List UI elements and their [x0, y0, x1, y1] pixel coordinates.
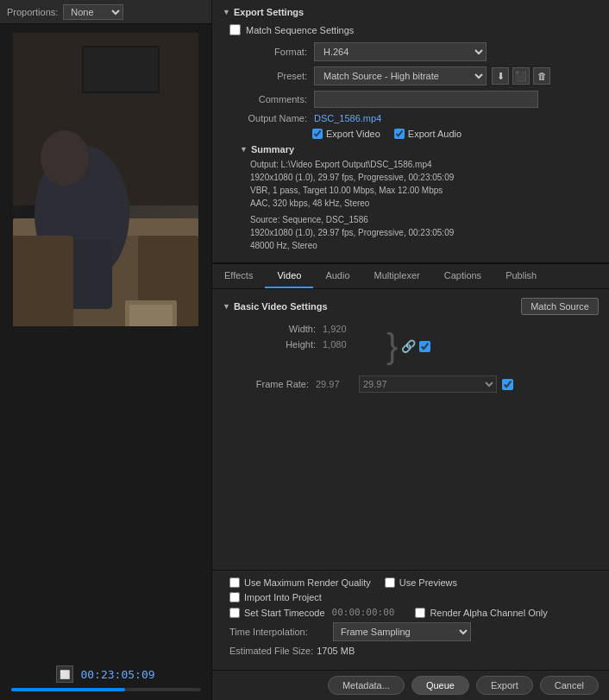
use-previews-checkbox[interactable]	[385, 577, 395, 588]
render-alpha-label: Render Alpha Channel Only	[430, 608, 547, 618]
copy-preset-icon[interactable]: ⬛	[512, 67, 530, 85]
output-details1: 1920x1080 (1.0), 29.97 fps, Progressive,…	[250, 173, 454, 182]
use-previews-item: Use Previews	[385, 577, 457, 588]
progress-bar-container[interactable]	[11, 688, 201, 691]
render-alpha-item: Render Alpha Channel Only	[415, 608, 547, 618]
progress-bar-fill	[11, 688, 125, 691]
export-audio-label: Export Audio	[408, 129, 461, 139]
proportions-select[interactable]: None	[63, 4, 123, 20]
comments-row: Comments:	[223, 91, 599, 108]
set-timecode-checkbox[interactable]	[229, 608, 240, 618]
link-chain-icon[interactable]: 🔗	[401, 339, 416, 353]
output-name-label: Output Name:	[229, 113, 307, 123]
format-row: Format: H.264	[223, 42, 599, 61]
format-select[interactable]: H.264	[314, 42, 487, 61]
output-name-row: Output Name: DSC_1586.mp4	[223, 113, 599, 123]
save-preset-icon[interactable]: ⬇	[492, 67, 509, 85]
match-source-button[interactable]: Match Source	[521, 298, 599, 315]
file-size-row: Estimated File Size: 1705 MB	[223, 646, 599, 656]
frame-rate-input[interactable]: 29.97	[316, 379, 359, 389]
preview-svg	[13, 33, 198, 344]
preset-select[interactable]: Match Source - High bitrate	[314, 66, 487, 85]
set-timecode-label: Set Start Timecode	[244, 608, 325, 618]
set-timecode-item: Set Start Timecode	[229, 608, 325, 618]
max-render-label: Use Maximum Render Quality	[244, 577, 371, 588]
timecode-bar: ⬜ 00:23:05:09	[56, 665, 154, 683]
render-alpha-checkbox[interactable]	[415, 608, 425, 618]
frame-rate-row: Frame Rate: 29.97 29.97	[223, 375, 599, 393]
start-timecode-value: 00:00:00:00	[332, 607, 395, 618]
output-details3: AAC, 320 kbps, 48 kHz, Stereo	[250, 199, 369, 208]
timecode-display: 00:23:05:09	[80, 668, 154, 681]
left-panel: Proportions: None	[0, 0, 211, 700]
video-preview-inner	[13, 33, 198, 344]
export-audio-checkbox[interactable]	[394, 129, 405, 139]
bracket-group: } 🔗	[386, 324, 430, 369]
comments-label: Comments:	[229, 94, 307, 104]
import-project-label: Import Into Project	[244, 592, 322, 602]
max-render-checkbox[interactable]	[229, 577, 240, 588]
file-size-label: Estimated File Size:	[229, 646, 313, 656]
height-label: Height:	[229, 339, 316, 350]
tab-captions[interactable]: Captions	[432, 264, 493, 288]
frame-rate-checkbox[interactable]	[502, 379, 513, 390]
export-options-row: Export Video Export Audio	[223, 129, 599, 139]
comments-input[interactable]	[314, 91, 538, 108]
import-project-checkbox[interactable]	[229, 592, 240, 602]
export-video-checkbox[interactable]	[312, 129, 323, 139]
collapse-arrow-icon[interactable]: ▼	[223, 8, 230, 16]
left-bottom: ⬜ 00:23:05:09	[0, 352, 211, 700]
height-input[interactable]: 1,080	[323, 339, 383, 350]
summary-collapse-icon[interactable]: ▼	[240, 145, 248, 154]
max-render-item: Use Maximum Render Quality	[229, 577, 371, 588]
source-summary-label: Source:	[250, 215, 279, 224]
export-button[interactable]: Export	[476, 676, 533, 695]
time-interpolation-row: Time Interpolation: Frame Sampling Frame…	[223, 622, 599, 641]
queue-button[interactable]: Queue	[411, 676, 469, 695]
basic-video-collapse-icon[interactable]: ▼	[223, 302, 230, 311]
left-top-bar: Proportions: None	[0, 0, 211, 24]
output-path: L:\Video Export Output\DSC_1586.mp4	[281, 160, 432, 169]
height-row: Height: 1,080	[229, 339, 383, 350]
export-settings-header: ▼ Export Settings	[223, 7, 599, 17]
delete-preset-icon[interactable]: 🗑	[533, 67, 550, 85]
summary-section: ▼ Summary Output: L:\Video Export Output…	[223, 144, 599, 252]
source-details2: 48000 Hz, Stereo	[250, 241, 317, 250]
tab-multiplexer[interactable]: Multiplexer	[362, 264, 432, 288]
dimensions-lock-checkbox[interactable]	[419, 341, 430, 352]
frame-rate-label: Frame Rate:	[223, 379, 309, 389]
import-project-item: Import Into Project	[229, 592, 322, 602]
width-label: Width:	[229, 324, 316, 334]
source-details1: 1920x1080 (1.0), 29.97 fps, Progressive,…	[250, 228, 454, 237]
svg-rect-2	[84, 47, 158, 91]
dimensions-group: Width: 1,920 Height: 1,080 } 🔗	[223, 324, 599, 369]
video-settings-section: ▼ Basic Video Settings Match Source Widt…	[212, 289, 609, 570]
svg-rect-13	[13, 326, 198, 344]
frame-rate-dropdown[interactable]: 29.97	[359, 375, 497, 393]
export-settings-title: Export Settings	[234, 7, 304, 17]
proportions-label: Proportions:	[7, 7, 58, 17]
width-input[interactable]: 1,920	[323, 324, 383, 334]
time-interp-select[interactable]: Frame Sampling Frame Blending Optical Fl…	[333, 622, 471, 641]
summary-source-block: Source: Sequence, DSC_1586 1920x1080 (1.…	[250, 213, 599, 252]
summary-header: ▼ Summary	[240, 144, 599, 155]
tab-video[interactable]: Video	[265, 264, 313, 288]
output-name-link[interactable]: DSC_1586.mp4	[314, 113, 381, 123]
time-interp-label: Time Interpolation:	[229, 627, 333, 637]
export-video-label: Export Video	[326, 129, 380, 139]
cancel-button[interactable]: Cancel	[540, 676, 599, 695]
summary-output-block: Output: L:\Video Export Output\DSC_1586.…	[250, 158, 599, 210]
tab-audio[interactable]: Audio	[313, 264, 361, 288]
match-sequence-row: Match Sequence Settings	[223, 24, 599, 35]
match-sequence-label: Match Sequence Settings	[246, 25, 354, 35]
metadata-button[interactable]: Metadata...	[328, 676, 405, 695]
tab-effects[interactable]: Effects	[212, 264, 265, 288]
preset-label: Preset:	[229, 71, 307, 81]
basic-video-header: ▼ Basic Video Settings Match Source	[223, 298, 599, 315]
tab-publish[interactable]: Publish	[493, 264, 549, 288]
right-panel: ▼ Export Settings Match Sequence Setting…	[211, 0, 609, 700]
file-size-value: 1705 MB	[317, 646, 355, 656]
action-buttons: Metadata... Queue Export Cancel	[212, 670, 609, 700]
export-audio-item: Export Audio	[394, 129, 461, 139]
match-sequence-checkbox[interactable]	[229, 24, 241, 35]
